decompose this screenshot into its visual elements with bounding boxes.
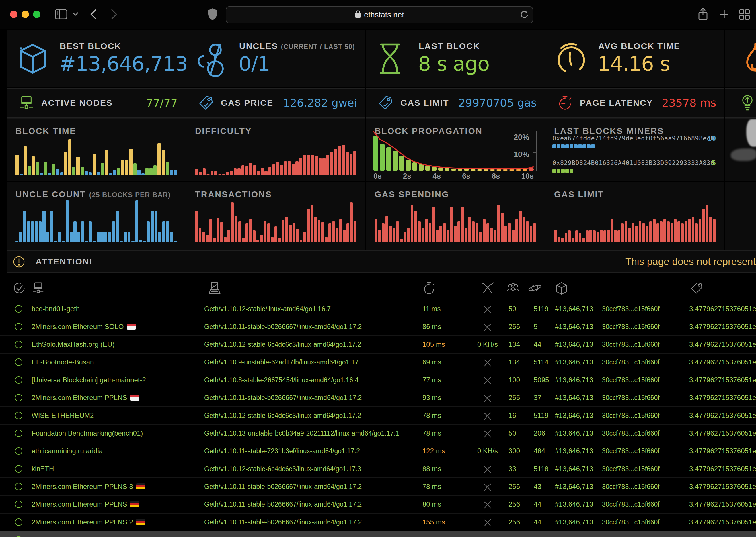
miner-block-square bbox=[570, 169, 573, 173]
table-row[interactable]: kinΞTHGeth/v1.10.12-stable-6c4dc6c3/linu… bbox=[0, 460, 756, 478]
chart-bar bbox=[663, 219, 666, 242]
node-total-difficulty: 3.477962715376051e+2 bbox=[689, 407, 756, 424]
node-client: Geth/v1.10.11-stable-b0266667/linux-amd6… bbox=[204, 389, 362, 406]
stat-label: ACTIVE NODES bbox=[41, 88, 113, 118]
pending-planet-icon[interactable] bbox=[528, 281, 542, 296]
node-status-icon bbox=[15, 358, 22, 366]
latency-stopwatch-icon[interactable] bbox=[422, 281, 436, 296]
chart-bar bbox=[292, 164, 294, 175]
chart-title: GAS LIMIT bbox=[554, 189, 604, 199]
chart-bar bbox=[50, 211, 53, 242]
privacy-shield-icon[interactable] bbox=[208, 8, 217, 21]
reload-icon[interactable] bbox=[519, 10, 529, 21]
table-row[interactable]: archivenode.io - node06Nethermind/v1.11.… bbox=[0, 531, 756, 537]
miner-squares bbox=[553, 145, 717, 148]
table-row[interactable]: EthSolo.MaxHash.org (EU)Geth/v1.10.12-st… bbox=[0, 336, 756, 353]
chart-bar bbox=[614, 229, 617, 242]
node-client: Geth/v1.10.13-unstable-bc0b34a9-20211112… bbox=[204, 425, 399, 442]
miner-block-square bbox=[570, 145, 573, 148]
mining-pickaxe-icon[interactable] bbox=[481, 281, 494, 296]
table-row[interactable]: 2Miners.com Ethereum PPLNS 3Geth/v1.10.1… bbox=[0, 478, 756, 496]
table-row[interactable]: 2Miners.com Ethereum PPLNS 2Geth/v1.10.1… bbox=[0, 514, 756, 531]
new-tab-icon[interactable] bbox=[719, 9, 730, 20]
node-mining bbox=[470, 371, 505, 389]
price-tag-icon bbox=[198, 95, 214, 112]
table-row[interactable]: EF-Bootnode-BusanGeth/v1.10.9-unstable-6… bbox=[0, 353, 756, 371]
table-row[interactable]: 2Miners.com Ethereum PPLNSGeth/v1.10.11-… bbox=[0, 389, 756, 407]
node-name: bce-bnd01-geth bbox=[31, 300, 80, 317]
chart-bar bbox=[695, 223, 698, 242]
peers-icon[interactable] bbox=[506, 281, 520, 296]
cube-icon bbox=[17, 42, 49, 77]
table-row[interactable]: eth.icanmining.ru aridiaGeth/v1.10.11-st… bbox=[0, 442, 756, 460]
table-row[interactable]: bce-bnd01-gethGeth/v1.10.12-stable/linux… bbox=[0, 300, 756, 318]
close-window-button[interactable] bbox=[10, 11, 18, 18]
node-total-difficulty: 3.477962715376051e+2 bbox=[689, 496, 756, 513]
chart-bar bbox=[226, 172, 229, 175]
propagation-y-axis bbox=[536, 131, 537, 171]
chart-bar bbox=[713, 219, 715, 242]
chart-bar bbox=[81, 167, 84, 175]
chart-bar bbox=[510, 169, 514, 171]
minimize-window-button[interactable] bbox=[22, 11, 29, 18]
zoom-window-button[interactable] bbox=[33, 11, 40, 18]
node-name: 2Miners.com Ethereum PPLNS bbox=[31, 496, 139, 513]
chart-bar bbox=[422, 227, 424, 242]
chart-bar bbox=[220, 222, 223, 242]
table-row[interactable]: 2Miners.com Ethereum PPLNSGeth/v1.10.11-… bbox=[0, 496, 756, 514]
chart-bar bbox=[257, 171, 260, 175]
chart-bar bbox=[36, 162, 39, 175]
chart-bar bbox=[425, 166, 430, 171]
node-client: Geth/v1.10.12-stable-6c4dc6c3/linux-amd6… bbox=[204, 407, 361, 424]
node-icon[interactable] bbox=[31, 281, 45, 296]
chart-bar bbox=[131, 241, 134, 242]
check-circle-icon[interactable] bbox=[13, 281, 26, 296]
difficulty-tag-icon[interactable] bbox=[690, 281, 703, 296]
chart-bar bbox=[56, 169, 59, 175]
chevron-down-icon[interactable] bbox=[72, 12, 79, 16]
chart-bar bbox=[275, 227, 277, 242]
forward-button[interactable] bbox=[111, 9, 117, 20]
chart-bar bbox=[213, 238, 216, 242]
chart-bar bbox=[617, 230, 620, 242]
table-row[interactable]: [Universa Blockchain] geth-mainnet-2Geth… bbox=[0, 371, 756, 389]
chart-bar bbox=[400, 239, 403, 242]
node-name: 2Miners.com Ethereum PPLNS 2 bbox=[31, 514, 145, 531]
table-row[interactable]: 2Miners.com Ethereum SOLOGeth/v1.10.11-s… bbox=[0, 318, 756, 336]
chart-bar bbox=[660, 221, 662, 242]
block-cube-icon[interactable] bbox=[555, 281, 568, 297]
node-client: Geth/v1.10.12-stable-6c4dc6c3/linux-amd6… bbox=[204, 336, 361, 353]
chart-bar bbox=[436, 229, 439, 242]
chart-bar bbox=[77, 232, 80, 242]
client-laptop-icon[interactable] bbox=[208, 281, 221, 296]
back-button[interactable] bbox=[90, 9, 97, 20]
node-peers: 50 bbox=[509, 425, 516, 442]
map-fragment bbox=[731, 148, 756, 161]
node-block-hash: 30ccf783...c15f660f bbox=[602, 442, 660, 460]
table-row[interactable]: Foundation Benchmarking(bench01)Geth/v1.… bbox=[0, 425, 756, 442]
tab-overview-icon[interactable] bbox=[739, 9, 750, 21]
table-row[interactable]: WISE-ETHEREUM2Geth/v1.10.12-stable-6c4dc… bbox=[0, 407, 756, 425]
node-last-block: #13,646,713 bbox=[555, 531, 593, 537]
url-bar[interactable]: ethstats.net bbox=[226, 6, 533, 23]
node-mining: 0 KH/s bbox=[470, 442, 505, 460]
chart-bar bbox=[318, 220, 321, 242]
node-status-icon bbox=[15, 323, 22, 330]
chart-bar bbox=[425, 219, 428, 242]
sidebar-toggle-icon[interactable] bbox=[55, 9, 68, 20]
chart-bar bbox=[579, 233, 581, 242]
chart-bar bbox=[210, 171, 213, 175]
miner-count: 5 bbox=[712, 159, 716, 167]
block-time-chart-panel: BLOCK TIME bbox=[7, 119, 186, 181]
miner-squares bbox=[553, 169, 717, 173]
miner-item: 0x829BD824B016326A401d083B33D092293333A8… bbox=[553, 159, 717, 173]
node-mining bbox=[470, 514, 505, 531]
share-icon[interactable] bbox=[697, 8, 708, 21]
nodes-table-header bbox=[0, 276, 756, 300]
node-pending: 44 bbox=[534, 336, 542, 353]
chart-bar bbox=[242, 238, 245, 242]
chart-bar bbox=[445, 168, 450, 171]
node-mining bbox=[470, 496, 505, 513]
node-pending: 37 bbox=[534, 389, 542, 406]
chart-bar bbox=[411, 205, 414, 242]
